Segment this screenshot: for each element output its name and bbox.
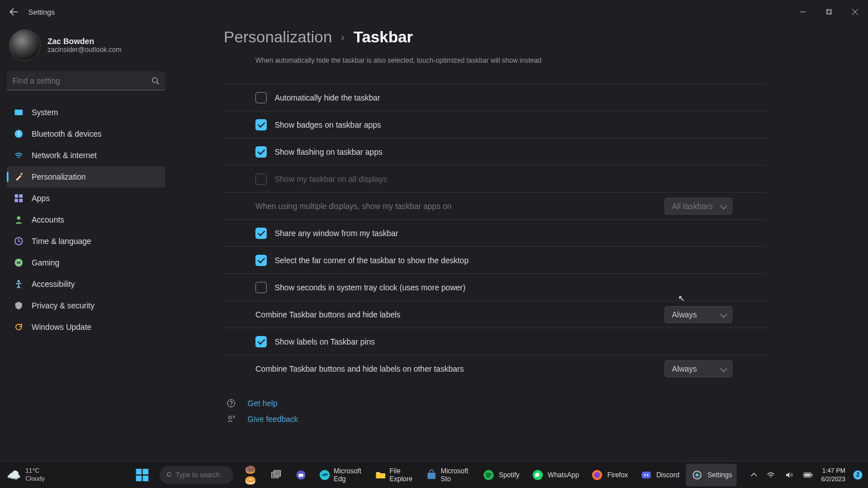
apps-icon — [14, 193, 24, 203]
nav-accessibility[interactable]: Accessibility — [7, 273, 165, 295]
firefox-icon — [591, 468, 604, 482]
tray-battery-icon[interactable] — [801, 469, 815, 481]
tb-firefox[interactable]: Firefox — [586, 464, 633, 486]
chevron-right-icon: › — [341, 32, 344, 43]
nav-time[interactable]: Time & language — [7, 230, 165, 252]
spotify-icon — [482, 468, 496, 482]
multi-displays-dropdown: All taskbars — [665, 198, 732, 215]
nav-accounts[interactable]: Accounts — [7, 209, 165, 230]
arrow-left-icon — [9, 7, 18, 16]
nav-network[interactable]: Network & internet — [7, 145, 165, 166]
labels-pins-checkbox[interactable] — [255, 336, 267, 347]
windows-icon — [136, 469, 149, 481]
show-seconds-checkbox[interactable] — [255, 282, 267, 293]
start-button[interactable] — [132, 464, 153, 486]
nav-privacy[interactable]: Privacy & security — [7, 295, 165, 316]
maximize-icon — [826, 9, 832, 15]
emoji-icon: 🍩🥯 — [245, 468, 258, 482]
nav-update[interactable]: Windows Update — [7, 316, 165, 338]
multi-displays-label: When using multiple displays, show my ta… — [255, 202, 665, 211]
nav-label: Personalization — [32, 172, 86, 181]
share-window-checkbox[interactable] — [255, 228, 267, 239]
back-button[interactable] — [6, 4, 21, 20]
nav-label: Gaming — [32, 258, 59, 267]
nav-label: Accessibility — [32, 280, 75, 289]
setting-label: Show seconds in system tray clock (uses … — [275, 283, 732, 292]
breadcrumb-parent[interactable]: Personalization — [224, 28, 332, 46]
setting-label: Show flashing on taskbar apps — [275, 147, 732, 156]
app-label: Microsoft Edg — [334, 467, 364, 483]
clock-date: 6/2/2023 — [821, 475, 845, 483]
setting-label: Select the far corner of the taskbar to … — [275, 256, 732, 265]
tray-wifi-icon[interactable] — [765, 469, 777, 481]
maximize-button[interactable] — [816, 3, 842, 21]
gear-icon — [691, 468, 704, 482]
chat-app[interactable] — [290, 464, 313, 486]
app-label: Spotify — [499, 471, 520, 479]
feedback-link[interactable]: Give feedback — [226, 411, 766, 427]
svg-rect-31 — [641, 472, 650, 478]
search-box[interactable] — [7, 71, 165, 90]
svg-rect-22 — [274, 470, 281, 476]
notification-badge[interactable]: 2 — [853, 470, 862, 480]
system-clock[interactable]: 1:47 PM6/2/2023 — [821, 467, 848, 483]
breadcrumb: Personalization › Taskbar — [224, 28, 766, 46]
bluetooth-icon — [14, 129, 24, 139]
combine-label: Combine Taskbar buttons and hide labels — [255, 310, 665, 319]
user-profile[interactable]: Zac Bowden zacinsider@outlook.com — [7, 29, 165, 61]
setting-label: Show labels on Taskbar pins — [275, 337, 732, 346]
tb-discord[interactable]: Discord — [635, 464, 684, 486]
weather-desc: Cloudy — [25, 475, 45, 482]
shield-icon — [14, 300, 24, 311]
svg-text:?: ? — [229, 400, 233, 407]
tray-expand-icon[interactable] — [749, 470, 759, 480]
nav-gaming[interactable]: Gaming — [7, 252, 165, 273]
svg-point-33 — [646, 474, 648, 476]
auto-hide-checkbox[interactable] — [255, 92, 267, 103]
tb-settings[interactable]: Settings — [686, 464, 736, 486]
system-icon — [14, 107, 24, 117]
taskbar-search-input[interactable] — [176, 471, 227, 479]
get-help-link[interactable]: ? Get help — [226, 395, 766, 411]
svg-point-30 — [594, 472, 600, 478]
nav-apps[interactable]: Apps — [7, 188, 165, 209]
svg-rect-1 — [826, 10, 831, 15]
windows-taskbar: ☁️ 11°CCloudy 🍩🥯 Microsoft Edg File Expl… — [0, 461, 868, 488]
setting-label: Show my taskbar on all displays — [275, 175, 732, 184]
avatar — [9, 29, 41, 61]
weather-widget[interactable]: ☁️ 11°CCloudy — [7, 467, 45, 482]
nav-system[interactable]: System — [7, 102, 165, 123]
nav-bluetooth[interactable]: Bluetooth & devices — [7, 123, 165, 145]
far-corner-checkbox[interactable] — [255, 255, 267, 266]
flashing-checkbox[interactable] — [255, 146, 267, 158]
close-icon — [852, 9, 858, 15]
close-button[interactable] — [842, 3, 868, 21]
task-view[interactable] — [265, 464, 288, 486]
tb-spotify[interactable]: Spotify — [478, 464, 524, 486]
tb-whatsapp[interactable]: WhatsApp — [526, 464, 583, 486]
gaming-icon — [14, 258, 24, 268]
folder-icon — [375, 468, 386, 482]
tb-store[interactable]: Microsoft Sto — [422, 464, 475, 486]
combine-dropdown[interactable]: Always — [665, 306, 732, 323]
setting-label: Automatically hide the taskbar — [275, 93, 732, 102]
svg-point-7 — [20, 173, 23, 175]
minimize-button[interactable] — [790, 3, 816, 21]
help-icon: ? — [226, 399, 236, 408]
tray-volume-icon[interactable] — [783, 469, 795, 481]
titlebar: Settings — [0, 0, 868, 24]
emoji-widget[interactable]: 🍩🥯 — [240, 464, 263, 486]
badges-checkbox[interactable] — [255, 119, 267, 130]
sidebar: Zac Bowden zacinsider@outlook.com System… — [7, 29, 165, 338]
svg-rect-2 — [827, 9, 832, 14]
app-label: Discord — [656, 471, 679, 479]
svg-point-18 — [229, 416, 232, 419]
combine-other-dropdown[interactable]: Always — [665, 360, 732, 377]
tb-explorer[interactable]: File Explore — [370, 464, 419, 486]
search-input[interactable] — [12, 76, 151, 85]
nav-personalization[interactable]: Personalization — [7, 166, 165, 188]
feedback-text: Give feedback — [248, 415, 298, 424]
clock-globe-icon — [14, 236, 24, 246]
taskbar-search[interactable] — [155, 464, 238, 486]
tb-edge[interactable]: Microsoft Edg — [315, 464, 368, 486]
